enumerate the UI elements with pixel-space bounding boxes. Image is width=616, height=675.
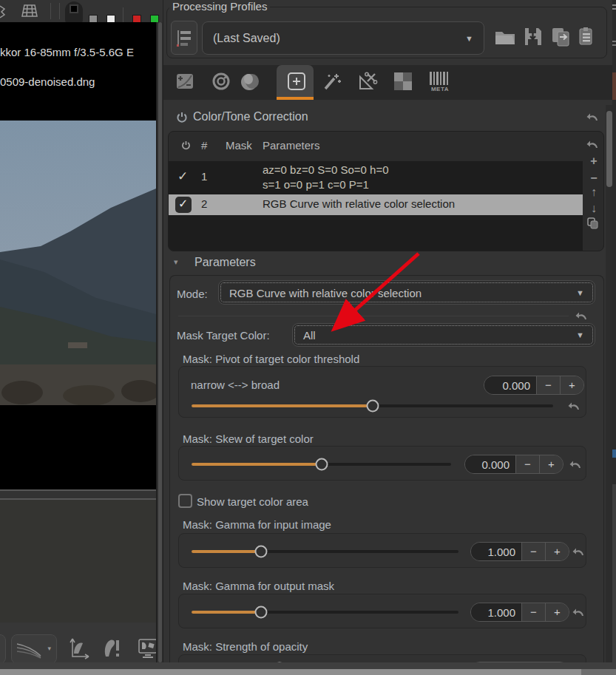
preview-letterbox (0, 405, 156, 489)
skew-label: Mask: Skew of target color (183, 433, 314, 445)
tab-detail[interactable] (206, 67, 236, 96)
gamma-output-slider[interactable] (192, 606, 458, 619)
chevron-down-icon: ▼ (576, 288, 584, 297)
section-divider (178, 316, 569, 316)
pivot-decrement-button[interactable]: − (536, 376, 560, 394)
histogram-curves-button[interactable]: ▾ (11, 634, 57, 664)
paste-profile-button[interactable] (578, 27, 597, 47)
gamma-input-slider-fill (192, 550, 261, 553)
preview-toolbar (0, 0, 156, 22)
parameters-expander[interactable]: ▾ Parameters (163, 256, 607, 274)
tab-transform[interactable] (353, 67, 382, 96)
profile-list-button[interactable] (171, 21, 197, 55)
soft-proofing-icon[interactable] (103, 637, 123, 659)
skew-spinbox: 0.000 − + (464, 455, 563, 474)
toolbar-separator (50, 3, 51, 19)
partial-left-button[interactable] (0, 634, 6, 664)
tool-panel: Processing Profiles (Last Saved) ▼ (163, 0, 616, 675)
edge-fragment (612, 41, 616, 42)
remove-mask-button[interactable]: − (584, 171, 603, 186)
monitor-profile-icon[interactable] (138, 637, 158, 659)
tab-raw[interactable] (388, 67, 418, 96)
mode-select[interactable]: RGB Curve with relative color selection … (218, 280, 595, 305)
gamma-output-increment-button[interactable]: + (545, 603, 569, 621)
mask-row-selected[interactable]: ✓ 2 RGB Curve with relative color select… (169, 194, 583, 215)
tab-advanced[interactable] (317, 67, 347, 96)
move-mask-up-button[interactable]: ↑ (584, 185, 603, 200)
move-mask-down-button[interactable]: ↓ (584, 201, 603, 216)
tab-local-editing[interactable] (282, 67, 311, 96)
preview-scrollbar[interactable] (156, 22, 163, 662)
pivot-spinbox: 0.000 − + (484, 376, 584, 395)
gamma-input-increment-button[interactable]: + (545, 543, 569, 560)
skew-decrement-button[interactable]: − (515, 455, 539, 473)
pivot-sublabel: narrow <--> broad (191, 379, 280, 391)
profile-list-icon (177, 30, 193, 47)
duplicate-mask-button[interactable] (587, 217, 599, 229)
chevron-down-icon: ▼ (576, 330, 584, 339)
pivot-panel: narrow <--> broad 0.000 − + (178, 366, 586, 418)
gamma-output-label: Mask: Gamma for output mask (183, 580, 334, 592)
tab-metadata[interactable]: META (425, 67, 455, 96)
gamma-input-slider-knob[interactable] (254, 546, 267, 558)
mask-reset-button[interactable] (586, 139, 599, 149)
gamma-input-slider[interactable] (192, 545, 458, 558)
gamma-output-value[interactable]: 1.000 (471, 603, 521, 621)
tab-exposure[interactable] (170, 67, 200, 96)
mask-enabled-check[interactable]: ✓ (177, 169, 188, 184)
skew-reset-button[interactable] (569, 459, 582, 469)
tool-header[interactable]: Color/Tone Correction (163, 105, 616, 131)
pivot-increment-button[interactable]: + (560, 376, 583, 394)
show-target-color-checkbox[interactable] (178, 494, 192, 508)
mask-list-header[interactable]: # Mask Parameters (169, 132, 604, 161)
skew-slider[interactable] (192, 458, 451, 471)
magic-wand-icon (322, 71, 342, 92)
gamma-output-spinbox: 1.000 − + (470, 603, 569, 622)
pivot-reset-button[interactable] (568, 401, 581, 410)
gamma-input-spinbox: 1.000 − + (470, 542, 569, 561)
mask-target-color-select[interactable]: All ▼ (292, 323, 595, 347)
mask-enabled-checkbox[interactable]: ✓ (175, 197, 192, 213)
bg-black-swatch (70, 4, 78, 13)
gamma-output-slider-knob[interactable] (254, 606, 267, 619)
lens-info-text: kkor 16-85mm f/3.5-5.6G E (0, 46, 134, 58)
pivot-value[interactable]: 0.000 (484, 376, 536, 394)
edge-thumbnail-fragment (612, 72, 616, 100)
mode-reset-button[interactable] (575, 311, 588, 320)
color-management-toolbar: ▾ (0, 623, 156, 665)
skew-value[interactable]: 0.000 (465, 455, 515, 473)
panel-divider[interactable] (0, 489, 156, 500)
profile-selector[interactable]: (Last Saved) ▼ (202, 21, 484, 55)
tool-panel-scrollbar-thumb[interactable] (606, 111, 612, 187)
mask-row-params: RGB Curve with relative color selection (263, 197, 455, 210)
load-profile-button[interactable] (495, 28, 515, 46)
gamma-input-value[interactable]: 1.000 (471, 543, 521, 560)
pivot-slider-knob[interactable] (366, 400, 379, 413)
pivot-slider[interactable] (192, 399, 553, 413)
gamma-output-decrement-button[interactable]: − (521, 603, 545, 621)
save-profile-button[interactable] (524, 27, 543, 47)
gamma-input-reset-button[interactable] (572, 546, 585, 556)
mask-row[interactable]: ✓ 1 az=0 bz=0 S=0 So=0 h=0 s=1 o=0 p=1 c… (169, 161, 583, 194)
preview-scrollbar-thumb[interactable] (158, 22, 162, 662)
gamut-chart-icon[interactable] (68, 637, 90, 659)
tool-power-toggle[interactable] (176, 112, 188, 124)
image-preview[interactable] (0, 121, 156, 405)
mask-list-empty-area[interactable] (169, 215, 583, 251)
tab-color[interactable] (235, 67, 265, 96)
mask-row-number: 2 (201, 197, 207, 210)
skew-slider-knob[interactable] (315, 458, 328, 471)
mask-row-number: 1 (201, 170, 207, 183)
gamma-output-reset-button[interactable] (572, 607, 585, 617)
local-editing-icon (286, 71, 307, 92)
image-info-bar: kkor 16-85mm f/3.5-5.6G E 0509-denoised.… (0, 22, 156, 121)
add-mask-button[interactable]: + (584, 154, 603, 169)
editor-left-column: kkor 16-85mm f/3.5-5.6G E 0509-denoised.… (0, 0, 163, 675)
skew-increment-button[interactable]: + (539, 455, 563, 473)
partial-tool-icon[interactable] (0, 4, 6, 19)
tool-tab-bar: META (163, 65, 616, 100)
gamma-input-decrement-button[interactable]: − (521, 543, 545, 560)
copy-profile-button[interactable] (551, 27, 572, 47)
tool-reset-button[interactable] (586, 112, 599, 121)
crop-grid-icon[interactable] (21, 4, 38, 18)
